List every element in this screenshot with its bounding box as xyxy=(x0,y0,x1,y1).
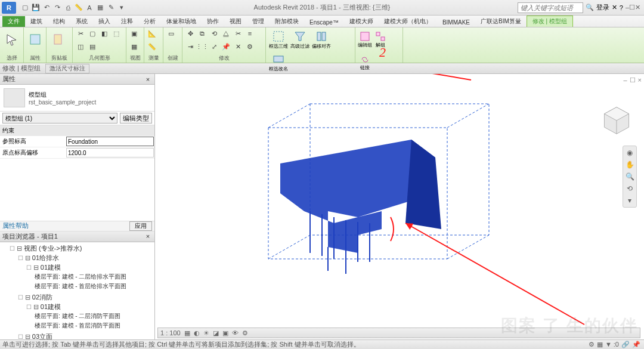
view-icon[interactable]: ▣ xyxy=(129,29,140,38)
tool-icon[interactable]: ⚙ xyxy=(244,42,255,51)
tree-item[interactable]: 03立面水立面: 东立面: 北立面: 南立面: 西 xyxy=(18,332,153,340)
type-selector[interactable]: 模型组 rst_basic_sample_project xyxy=(0,85,154,112)
paste-button[interactable] xyxy=(49,29,68,50)
browser-close-button[interactable]: × xyxy=(144,233,152,240)
maximize-button[interactable]: ☐ xyxy=(629,4,635,11)
help-search-input[interactable] xyxy=(518,2,583,13)
tree-item[interactable]: 02消防01建模楼层平面: 建模 - 二层消防平面图楼层平面: 建模 - 首层消… xyxy=(18,292,153,332)
tree-item[interactable]: 楼层平面: 建模 - 首层给排水平面图 xyxy=(35,282,153,291)
measure-icon[interactable]: 📏 xyxy=(147,42,157,51)
prop-value-input[interactable] xyxy=(66,148,154,157)
apply-button[interactable]: 应用 xyxy=(129,221,152,231)
properties-close-button[interactable]: × xyxy=(144,76,152,83)
tab-addins[interactable]: 附加模块 xyxy=(270,16,304,27)
tool-icon[interactable]: ▤ xyxy=(87,42,98,51)
edit-type-button[interactable]: 编辑类型 xyxy=(120,113,152,123)
select-icon[interactable]: ▦ xyxy=(597,341,603,348)
pin-icon[interactable]: 📌 xyxy=(632,341,640,348)
qat-measure-icon[interactable]: 📏 xyxy=(74,3,83,13)
search-icon[interactable]: 🔍 xyxy=(586,4,594,11)
qat-save-icon[interactable]: 💾 xyxy=(31,3,41,13)
qat-print-icon[interactable]: ⎙ xyxy=(63,3,73,13)
worksets-icon[interactable]: ⚙ xyxy=(589,341,595,348)
viewport-3d[interactable]: – ☐ × ◉ ✋ 🔍 ⟲ ▾ xyxy=(155,74,644,339)
tab-enscape[interactable]: Enscape™ xyxy=(304,18,344,27)
qat-dropdown-icon[interactable]: ▾ xyxy=(117,3,126,13)
tab-manage[interactable]: 管理 xyxy=(247,16,270,27)
scale-icon[interactable]: ⤢ xyxy=(209,42,219,51)
tab-struct[interactable]: 结构 xyxy=(48,16,70,27)
tool-icon[interactable]: ◧ xyxy=(99,29,110,38)
frame3d-button[interactable]: 框选三维 xyxy=(268,29,289,50)
activate-dims-button[interactable]: 激活尺寸标注 xyxy=(45,64,89,73)
props-help-link[interactable]: 属性帮助 xyxy=(2,221,29,230)
tab-jmds-mep[interactable]: 建模大师（机电） xyxy=(379,16,437,27)
close-button[interactable]: ✕ xyxy=(635,4,640,11)
shadow-icon[interactable]: ◪ xyxy=(213,329,219,337)
project-browser[interactable]: 视图 (专业->推荐水)01给排水01建模楼层平面: 建模 - 二层给排水平面图… xyxy=(0,242,154,340)
mirror-icon[interactable]: ⧋ xyxy=(221,29,231,38)
advfilter-button[interactable]: 高级过滤 xyxy=(290,29,310,50)
tab-file[interactable]: 文件 xyxy=(2,16,25,27)
tab-bimmake[interactable]: BIMMAKE xyxy=(437,18,475,27)
link-button[interactable]: 链接 xyxy=(358,51,372,73)
exchange-icon[interactable]: ✕ xyxy=(612,4,617,11)
scale-button[interactable]: 1 : 100 xyxy=(160,329,181,336)
tab-glodon[interactable]: 广联达BIM算量 xyxy=(475,16,527,27)
detail-icon[interactable]: ▦ xyxy=(184,329,190,337)
filter-icon[interactable]: ▼ :0 xyxy=(605,341,619,348)
prop-value-input[interactable] xyxy=(66,137,154,146)
tree-item[interactable]: 01建模楼层平面: 建模 - 二层消防平面图楼层平面: 建模 - 首层消防平面图 xyxy=(26,302,153,331)
sun-icon[interactable]: ☀ xyxy=(203,329,209,337)
copy-icon[interactable]: ⧉ xyxy=(197,29,208,38)
move-icon[interactable]: ✥ xyxy=(185,29,196,38)
offset-icon[interactable]: ⇥ xyxy=(185,42,196,51)
create-icon[interactable]: ▭ xyxy=(166,29,177,38)
modify-tool-button[interactable] xyxy=(2,29,21,50)
tree-item[interactable]: 楼层平面: 建模 - 二层给排水平面图 xyxy=(35,272,153,282)
tool-icon[interactable]: ▢ xyxy=(87,29,98,38)
qat-open-icon[interactable]: ▢ xyxy=(20,3,30,13)
offsetalign-button[interactable]: 偏移对齐 xyxy=(311,29,332,50)
tab-view[interactable]: 视图 xyxy=(224,16,247,27)
framerename-button[interactable]: 框选改名 xyxy=(268,51,289,73)
trim-icon[interactable]: ✂ xyxy=(233,29,243,38)
hide-icon[interactable]: 👁 xyxy=(232,329,239,336)
properties-button[interactable] xyxy=(26,29,44,50)
style-icon[interactable]: ◐ xyxy=(194,329,200,337)
tab-systems[interactable]: 系统 xyxy=(70,16,93,27)
array-icon[interactable]: ⋮⋮ xyxy=(197,42,208,51)
qat-redo-icon[interactable]: ↷ xyxy=(52,3,62,13)
reveal-icon[interactable]: ⚙ xyxy=(242,329,248,337)
measure-icon[interactable]: 📐 xyxy=(147,29,157,38)
tab-collab[interactable]: 协作 xyxy=(202,16,224,27)
link-icon[interactable]: 🔗 xyxy=(621,341,630,348)
qat-icon[interactable]: A xyxy=(85,3,94,13)
view-icon[interactable]: ▦ xyxy=(129,42,140,51)
tab-arch[interactable]: 建筑 xyxy=(25,16,48,27)
tree-item[interactable]: 01建模楼层平面: 建模 - 二层给排水平面图楼层平面: 建模 - 首层给排水平… xyxy=(26,262,153,292)
qat-icon[interactable]: ▦ xyxy=(95,3,105,13)
tab-analyze[interactable]: 分析 xyxy=(138,16,161,27)
tab-jmds[interactable]: 建模大师 xyxy=(344,16,379,27)
tab-insert[interactable]: 插入 xyxy=(93,16,116,27)
align-icon[interactable]: ≡ xyxy=(244,29,255,38)
help-icon[interactable]: ? xyxy=(620,4,623,11)
cut-icon[interactable]: ✂ xyxy=(75,29,86,38)
tree-item[interactable]: 01给排水01建模楼层平面: 建模 - 二层给排水平面图楼层平面: 建模 - 首… xyxy=(18,253,153,292)
crop-icon[interactable]: ▣ xyxy=(222,329,228,337)
pin-icon[interactable]: 📌 xyxy=(221,42,231,51)
signin-label[interactable]: 登录 xyxy=(596,3,609,12)
model-canvas[interactable] xyxy=(155,74,644,339)
rotate-icon[interactable]: ⟲ xyxy=(209,29,219,38)
tree-item[interactable]: 楼层平面: 建模 - 首层消防平面图 xyxy=(35,321,153,331)
tool-icon[interactable]: ⬚ xyxy=(111,29,122,38)
instance-filter-select[interactable]: 模型组 (1) xyxy=(2,113,117,123)
tab-annotate[interactable]: 注释 xyxy=(116,16,138,27)
tree-item[interactable]: 楼层平面: 建模 - 二层消防平面图 xyxy=(35,311,153,321)
tab-massing[interactable]: 体量和场地 xyxy=(161,16,202,27)
tree-item[interactable]: 视图 (专业->推荐水)01给排水01建模楼层平面: 建模 - 二层给排水平面图… xyxy=(10,243,153,340)
tab-modify-group[interactable]: 修改 | 模型组 xyxy=(527,16,573,27)
delete-icon[interactable]: ✕ xyxy=(233,42,243,51)
qat-undo-icon[interactable]: ↶ xyxy=(42,3,51,13)
